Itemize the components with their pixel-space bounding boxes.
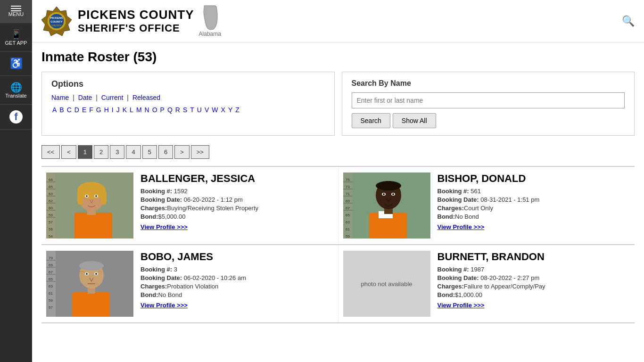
alpha-X[interactable]: X: [220, 106, 226, 114]
sidebar-item-facebook[interactable]: f: [0, 105, 32, 130]
svg-rect-23: [74, 213, 112, 239]
search-name-input[interactable]: [352, 92, 625, 108]
svg-point-31: [86, 195, 88, 197]
inmate-card-bishop: 75 73 71 69 67 65 63 61 59: [339, 167, 635, 244]
sidebar-item-getapp[interactable]: 📱 GET APP: [0, 23, 32, 52]
alpha-O[interactable]: O: [151, 106, 158, 114]
svg-text:60: 60: [49, 206, 53, 210]
svg-text:SHERIFF: SHERIFF: [51, 24, 61, 27]
options-search-row: Options Name | Date | Current | Released…: [41, 72, 635, 136]
header: PICKENS COUNTY SHERIFF PICKENS COUNTY SH…: [32, 0, 644, 42]
sidebar-item-accessibility[interactable]: ♿: [0, 52, 32, 76]
alpha-A[interactable]: A: [51, 106, 58, 114]
inmate-card-ballenger: 66 65 63 62 60 59 57 56 54: [41, 167, 339, 244]
sidebar-menu-label: MENU: [8, 11, 24, 17]
pagination-page-1[interactable]: 1: [78, 145, 92, 159]
pagination-last[interactable]: >>: [191, 145, 209, 159]
alpha-P[interactable]: P: [159, 106, 165, 114]
alabama-map: Alabama: [199, 5, 221, 37]
pagination-first[interactable]: <<: [41, 145, 60, 159]
state-label: Alabama: [199, 31, 221, 37]
alpha-L[interactable]: L: [129, 106, 134, 114]
sidebar: MENU 📱 GET APP ♿ 🌐 Translate f: [0, 0, 32, 362]
sort-by-name-link[interactable]: Name: [51, 94, 69, 101]
alpha-D[interactable]: D: [74, 106, 80, 114]
view-profile-bishop[interactable]: View Profile >>>: [438, 223, 485, 230]
inmate-booking-num-ballenger: Booking #: 1592: [140, 188, 258, 195]
globe-icon: 🌐: [10, 82, 22, 93]
inmate-booking-date-ballenger: Booking Date: 06-20-2022 - 1:12 pm: [140, 196, 258, 203]
alpha-F[interactable]: F: [88, 106, 94, 114]
view-profile-burnett[interactable]: View Profile >>>: [438, 302, 485, 309]
pagination-page-6[interactable]: 6: [158, 145, 173, 159]
svg-point-57: [392, 193, 394, 195]
search-button[interactable]: Search: [352, 113, 390, 128]
inmate-booking-num-bobo: Booking #: 3: [140, 266, 246, 273]
pagination-page-3[interactable]: 3: [110, 145, 124, 159]
svg-text:56: 56: [49, 227, 53, 231]
options-sort-links: Name | Date | Current | Released: [51, 94, 325, 101]
inmate-name-ballenger: BALLENGER, JESSICA: [140, 173, 258, 185]
svg-text:57: 57: [49, 220, 53, 224]
alpha-W[interactable]: W: [211, 106, 219, 114]
svg-rect-72: [72, 292, 110, 317]
svg-rect-28: [101, 190, 107, 205]
alpha-U[interactable]: U: [196, 106, 203, 114]
svg-text:67: 67: [346, 206, 350, 210]
show-all-button[interactable]: Show All: [393, 113, 436, 128]
inmate-card-bobo: 70 69 67 65 63 61 59 57: [41, 245, 339, 322]
svg-text:65: 65: [49, 277, 53, 281]
alpha-S[interactable]: S: [182, 106, 188, 114]
inmate-photo-burnett: photo not available: [343, 251, 430, 317]
search-by-name-title: Search By Name: [352, 79, 625, 88]
alpha-B[interactable]: B: [58, 106, 65, 114]
alpha-Q[interactable]: Q: [166, 106, 173, 114]
alpha-K[interactable]: K: [122, 106, 128, 114]
alpha-G[interactable]: G: [95, 106, 102, 114]
sidebar-item-translate[interactable]: 🌐 Translate: [0, 76, 32, 105]
sidebar-item-menu[interactable]: MENU: [0, 0, 32, 23]
pagination-prev[interactable]: <: [61, 145, 76, 159]
view-profile-bobo[interactable]: View Profile >>>: [140, 302, 188, 309]
svg-text:61: 61: [49, 291, 53, 296]
inmate-name-burnett: BURNETT, BRANDON: [438, 251, 545, 263]
svg-point-56: [383, 193, 385, 195]
pagination-next[interactable]: >: [174, 145, 190, 159]
sort-by-date-link[interactable]: Date: [78, 94, 92, 101]
svg-text:69: 69: [346, 199, 350, 203]
svg-text:63: 63: [49, 192, 53, 196]
inmate-charges-bobo: Charges:Probation Violation: [140, 283, 246, 290]
alpha-C[interactable]: C: [66, 106, 73, 114]
org-name-line1: PICKENS COUNTY: [78, 8, 194, 22]
sort-by-released-link[interactable]: Released: [132, 94, 160, 101]
svg-text:59: 59: [346, 234, 350, 239]
alpha-T[interactable]: T: [189, 106, 195, 114]
page-title: Inmate Roster (53): [41, 49, 635, 65]
inmate-booking-date-bishop: Booking Date: 08-31-2021 - 1:51 pm: [438, 196, 540, 203]
pagination-page-5[interactable]: 5: [142, 145, 157, 159]
svg-point-75: [79, 261, 104, 271]
svg-text:59: 59: [49, 213, 53, 217]
inmate-booking-num-burnett: Booking #: 1987: [438, 266, 545, 273]
view-profile-ballenger[interactable]: View Profile >>>: [140, 223, 188, 230]
pagination-page-2[interactable]: 2: [94, 145, 108, 159]
facebook-icon: f: [9, 110, 23, 123]
inmate-booking-date-bobo: Booking Date: 06-02-2020 - 10:26 am: [140, 274, 246, 281]
menu-icon: [11, 6, 21, 11]
header-search-icon[interactable]: 🔍: [622, 15, 635, 27]
alpha-Z[interactable]: Z: [234, 106, 240, 114]
alpha-N[interactable]: N: [144, 106, 150, 114]
alpha-M[interactable]: M: [135, 106, 143, 114]
svg-text:63: 63: [346, 220, 350, 224]
sort-by-current-link[interactable]: Current: [101, 94, 124, 101]
pagination-page-4[interactable]: 4: [126, 145, 140, 159]
alpha-Y[interactable]: Y: [227, 106, 233, 114]
alpha-R[interactable]: R: [174, 106, 181, 114]
alpha-I[interactable]: I: [111, 106, 115, 114]
inmate-bond-bishop: Bond:No Bond: [438, 213, 540, 220]
accessibility-icon: ♿: [10, 58, 23, 70]
alpha-E[interactable]: E: [81, 106, 87, 114]
alpha-V[interactable]: V: [204, 106, 210, 114]
alpha-H[interactable]: H: [103, 106, 110, 114]
alpha-J[interactable]: J: [116, 106, 121, 114]
